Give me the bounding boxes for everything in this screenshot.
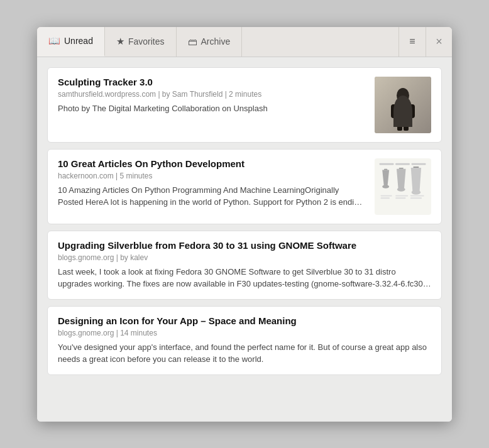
close-button[interactable]: × — [426, 27, 452, 57]
article-list: Sculpting Tracker 3.0 samthursfield.word… — [37, 57, 452, 422]
article-text: Designing an Icon for Your App – Space a… — [58, 315, 431, 366]
article-thumbnail — [375, 158, 431, 215]
svg-rect-1 — [375, 77, 431, 133]
svg-marker-19 — [411, 167, 421, 192]
article-text: 10 Great Articles On Python Development … — [58, 158, 366, 209]
tab-unread[interactable]: 📖 Unread — [37, 27, 105, 57]
article-title: 10 Great Articles On Python Development — [58, 158, 366, 169]
svg-rect-10 — [395, 163, 410, 165]
svg-rect-11 — [412, 163, 426, 165]
tab-favorites[interactable]: ★ Favorites — [105, 27, 177, 57]
article-meta: hackernoon.com | 5 minutes — [58, 172, 366, 180]
svg-point-14 — [382, 185, 389, 188]
svg-point-20 — [412, 190, 421, 194]
article-excerpt: Photo by The Digital Marketing Collabora… — [58, 102, 366, 115]
article-meta: blogs.gnome.org | by kalev — [58, 253, 431, 262]
titlebar: 📖 Unread ★ Favorites 🗃 Archive ≡ × — [37, 27, 452, 57]
svg-point-2 — [397, 88, 409, 103]
article-title: Designing an Icon for Your App – Space a… — [58, 315, 431, 326]
article-card[interactable]: 10 Great Articles On Python Development … — [47, 149, 442, 224]
photo-thumbnail — [375, 77, 431, 133]
svg-rect-7 — [404, 122, 409, 131]
article-title: Sculpting Tracker 3.0 — [58, 77, 366, 87]
svg-rect-4 — [391, 104, 398, 118]
article-excerpt: 10 Amazing Articles On Python Programmin… — [58, 184, 366, 209]
main-window: 📖 Unread ★ Favorites 🗃 Archive ≡ × Sculp… — [37, 27, 452, 422]
article-text: Sculpting Tracker 3.0 samthursfield.word… — [58, 77, 366, 115]
titlebar-actions: ≡ × — [398, 27, 452, 57]
svg-rect-6 — [397, 122, 402, 131]
archive-icon: 🗃 — [188, 36, 197, 47]
svg-rect-22 — [380, 197, 390, 199]
article-meta: samthursfield.wordpress.com | by Sam Thu… — [58, 90, 366, 99]
photo-svg — [375, 77, 431, 133]
star-icon: ★ — [116, 36, 124, 47]
book-icon: 📖 — [48, 35, 60, 46]
article-thumbnail — [375, 77, 431, 133]
tab-unread-label: Unread — [64, 36, 93, 46]
svg-rect-25 — [410, 195, 424, 196]
svg-rect-5 — [407, 104, 415, 118]
svg-point-17 — [397, 187, 405, 191]
article-card[interactable]: Upgrading Silverblue from Fedora 30 to 3… — [47, 231, 442, 300]
svg-rect-24 — [395, 197, 405, 199]
article-card[interactable]: Designing an Icon for Your App – Space a… — [47, 306, 442, 375]
article-card[interactable]: Sculpting Tracker 3.0 samthursfield.word… — [47, 67, 442, 143]
menu-button[interactable]: ≡ — [399, 27, 426, 57]
svg-rect-12 — [384, 168, 387, 170]
article-excerpt: Last week, I took a look at fixing Fedor… — [58, 266, 431, 290]
tab-favorites-label: Favorites — [128, 36, 165, 46]
svg-rect-9 — [380, 163, 394, 165]
svg-rect-23 — [395, 195, 408, 196]
article-meta: blogs.gnome.org | 14 minutes — [58, 329, 431, 337]
svg-rect-15 — [399, 167, 404, 168]
svg-rect-26 — [410, 197, 422, 199]
titlebar-spacer — [242, 27, 398, 57]
diagrams-thumbnail — [375, 158, 431, 215]
tab-archive[interactable]: 🗃 Archive — [177, 27, 243, 57]
diagrams-svg — [377, 158, 429, 215]
tab-archive-label: Archive — [201, 36, 231, 46]
article-title: Upgrading Silverblue from Fedora 30 to 3… — [58, 240, 431, 251]
svg-rect-18 — [413, 167, 419, 168]
article-excerpt: You've designed your app's interface, an… — [58, 341, 431, 366]
article-text: Upgrading Silverblue from Fedora 30 to 3… — [58, 240, 431, 290]
svg-rect-21 — [380, 195, 392, 196]
svg-rect-3 — [397, 103, 409, 122]
